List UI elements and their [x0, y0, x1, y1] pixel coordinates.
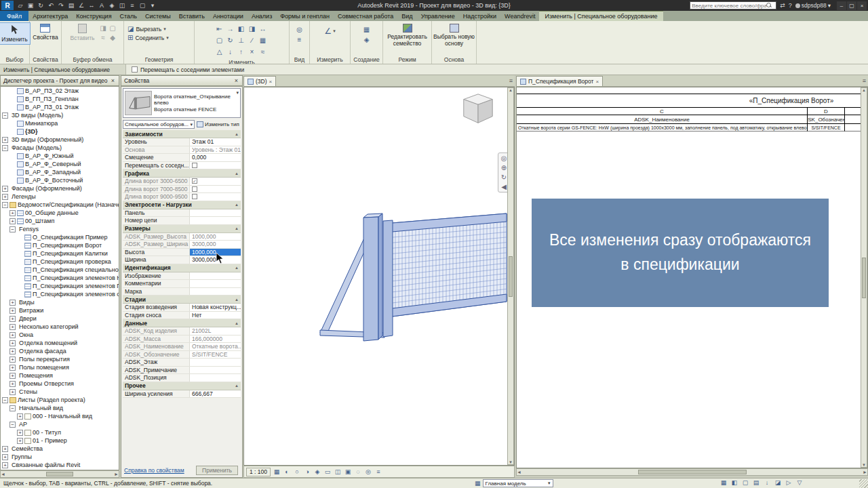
scroll-thumb[interactable]	[638, 470, 747, 474]
detail-level-icon[interactable]: ▦	[273, 468, 281, 475]
property-row[interactable]: ADSK_Масса166,000000	[123, 336, 241, 344]
expand-icon[interactable]: +	[9, 340, 16, 346]
property-value[interactable]	[190, 367, 241, 374]
scroll-down-icon[interactable]: ▼	[862, 463, 866, 467]
tree-item[interactable]: В_АР_Ф_Восточный	[1, 176, 119, 184]
scroll-thumb[interactable]	[46, 472, 73, 476]
undo-icon[interactable]: ↶	[47, 2, 55, 9]
rewind-icon[interactable]: ◀	[501, 183, 507, 190]
property-row[interactable]: УровеньЭтаж 01	[123, 138, 241, 146]
signin-user[interactable]: sdpsdp88 ▾	[795, 2, 831, 9]
properties-header[interactable]: Свойства ×	[121, 75, 243, 86]
tree-item[interactable]: +Отделка фасада	[1, 347, 119, 355]
tree-item[interactable]: +000 - Начальный вид	[1, 412, 119, 420]
expand-icon[interactable]: +	[9, 332, 16, 338]
tree-item[interactable]: +Витражи	[1, 306, 119, 314]
viewcube[interactable]	[460, 92, 496, 128]
join-geometry-button[interactable]: ⊞ Соединить ▾	[127, 34, 169, 41]
tree-item[interactable]: О_Спецификация Пример	[1, 233, 119, 241]
property-value[interactable]: Откатные ворота...	[190, 343, 241, 350]
expand-icon[interactable]: +	[9, 373, 16, 379]
match-icon[interactable]: ≈	[258, 47, 267, 56]
property-row[interactable]: ADSK_Размер_Высота1000,000	[123, 233, 241, 241]
property-value[interactable]: S/SIT/FENCE	[190, 351, 241, 359]
properties-close-icon[interactable]: ×	[233, 77, 239, 84]
steering-wheel-icon[interactable]: ◎	[501, 155, 507, 162]
property-row[interactable]: Панель	[123, 209, 241, 218]
expand-icon[interactable]: +	[2, 446, 8, 452]
crop-icon[interactable]: ▭	[323, 468, 332, 475]
sync-icon[interactable]: ↻	[37, 2, 45, 9]
property-row[interactable]: Перемещать с соседн...	[123, 162, 241, 170]
ribbon-tab[interactable]: Вставить	[175, 11, 209, 21]
sun-icon[interactable]: ○	[293, 468, 301, 475]
schedule-vscrollbar[interactable]: ▲ ▼	[861, 87, 867, 468]
ribbon-tab[interactable]: Надстройки	[459, 11, 500, 21]
ribbon-tab[interactable]: Формы и генплан	[276, 11, 334, 21]
pin-icon[interactable]: ↓	[226, 47, 235, 56]
default-3d-view-icon[interactable]: ◈	[108, 2, 116, 9]
scroll-right-icon[interactable]: ►	[863, 470, 867, 474]
tree-item[interactable]: +Помещения	[1, 371, 119, 380]
panel-label-geometry[interactable]: Геометрия	[124, 56, 194, 64]
view3d-canvas[interactable]: ◎ ⊕ ↻ ◀ ▲ ▼	[243, 87, 515, 466]
property-group-header[interactable]: Размеры▲	[123, 225, 241, 233]
tree-item[interactable]: +Проемы Отверстия	[1, 380, 119, 388]
expand-icon[interactable]: +	[9, 316, 16, 322]
tree-item[interactable]: −3D виды (Модель)	[1, 111, 119, 119]
tree-item[interactable]: В_АР_Ф_Южный	[1, 152, 119, 160]
trim-icon[interactable]: ⊥	[237, 36, 245, 45]
ribbon-tab[interactable]: Совместная работа	[334, 11, 397, 21]
property-value[interactable]: 166,000000	[190, 336, 241, 343]
menu-down-icon[interactable]: ▾	[149, 2, 157, 9]
reveal-icon[interactable]: ◎	[364, 468, 372, 475]
property-row[interactable]: ADSK_НаименованиеОткатные ворота...	[123, 343, 241, 351]
tree-item[interactable]: −АР	[1, 420, 119, 428]
properties-help-link[interactable]: Справка по свойствам	[124, 467, 184, 474]
schedule-column-header[interactable]: ADSK_Обозначение	[808, 115, 845, 124]
drag-select-icon[interactable]: ▷	[785, 479, 793, 486]
tree-item[interactable]: В_ГП_ПЗ_Генплан	[1, 95, 119, 103]
schedule-tab[interactable]: П_Спецификация Ворот ×	[516, 76, 603, 86]
expand-icon[interactable]: +	[17, 430, 23, 436]
tree-item[interactable]: П_Спецификация специального с	[1, 266, 119, 274]
property-value[interactable]	[190, 288, 241, 296]
panel-label-create[interactable]: Создание	[351, 56, 382, 64]
select-underlay-icon[interactable]: ▤	[752, 479, 760, 486]
property-row[interactable]: ADSK_Код изделия21002L	[123, 327, 241, 336]
collapse-icon[interactable]: −	[2, 397, 8, 403]
scroll-left-icon[interactable]: ◄	[1, 472, 5, 476]
property-value[interactable]	[190, 359, 241, 366]
group-collapse-icon[interactable]: ▲	[235, 226, 239, 230]
scroll-left-icon[interactable]: ◄	[517, 470, 521, 474]
property-row[interactable]: Длина ворот 3000-6500✓	[123, 178, 241, 186]
collapse-icon[interactable]: −	[2, 202, 8, 208]
property-row[interactable]: Номер цепи	[123, 217, 241, 225]
property-value[interactable]	[190, 272, 241, 280]
move-with-nearby-option[interactable]: Перемещать с соседними элементами	[126, 66, 244, 73]
tree-item[interactable]: +Семейства	[1, 445, 119, 453]
switch-windows-icon[interactable]: ▢	[138, 2, 146, 9]
ribbon-tab[interactable]: Системы	[141, 11, 175, 21]
ribbon-tab[interactable]: Вид	[397, 11, 416, 21]
rotate-icon[interactable]: ↻	[226, 36, 235, 45]
tree-item[interactable]: В_АР_ПЗ_01 Этаж	[1, 103, 119, 111]
delete-icon[interactable]: ×	[248, 47, 256, 56]
browser-hscrollbar[interactable]: ◄ ►	[0, 470, 119, 478]
tree-item[interactable]: П_Спецификация элементов огра	[1, 290, 119, 298]
scroll-thumb[interactable]	[862, 258, 866, 298]
apply-button[interactable]: Применить	[196, 466, 238, 475]
orbit-icon[interactable]: ↻	[501, 174, 507, 181]
property-row[interactable]: ADSK_ОбозначениеS/SIT/FENCE	[123, 351, 241, 359]
project-browser-header[interactable]: Диспетчер проекта - Проект для видео ×	[0, 75, 119, 86]
panel-label-select[interactable]: Выбор	[0, 56, 29, 64]
tree-item[interactable]: −Фасады (Модель)	[1, 144, 119, 152]
workset-select[interactable]: Главная модель ▾	[483, 479, 553, 487]
expand-icon[interactable]: +	[9, 348, 16, 354]
scroll-thumb[interactable]	[509, 256, 513, 297]
properties-button[interactable]: Свойства	[31, 22, 60, 42]
tree-item[interactable]: +00_Штамп	[1, 217, 119, 225]
property-group-header[interactable]: Стадии▲	[123, 296, 241, 304]
property-value[interactable]	[190, 209, 241, 217]
property-row[interactable]: Длина ворот 7000-8500	[123, 186, 241, 194]
